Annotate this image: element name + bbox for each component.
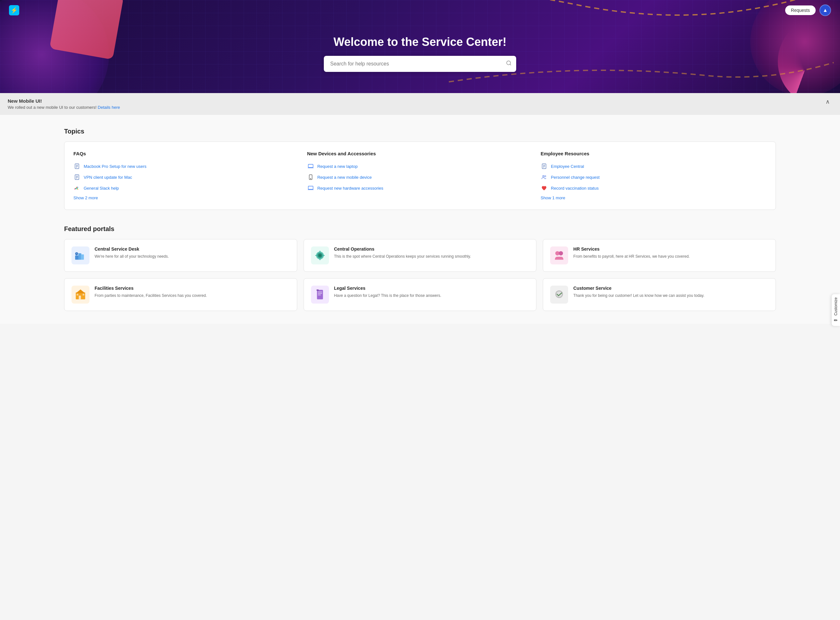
doc-icon [540, 163, 548, 170]
svg-rect-42 [316, 289, 319, 291]
portal-info-facilities: Facilities Services From parties to main… [94, 286, 290, 298]
portal-info-legal: Legal Services Have a question for Legal… [334, 286, 530, 298]
topic-item[interactable]: VPN client update for Mac [74, 172, 300, 183]
announcement-link[interactable]: Details here [98, 105, 120, 110]
avatar-button[interactable]: ▲ [819, 5, 831, 16]
portal-desc: From benefits to payroll, here at HR Ser… [573, 254, 768, 259]
employee-column-title: Employee Resources [540, 151, 766, 156]
announcement-body: We rolled out a new mobile UI to our cus… [8, 105, 823, 110]
heart-icon [540, 185, 548, 191]
show-more-faqs[interactable]: Show 2 more [74, 196, 98, 200]
portal-icon-legal [311, 286, 329, 304]
portal-desc: Thank you for being our customer! Let us… [573, 293, 768, 298]
topic-item[interactable]: Request a new mobile device [307, 172, 533, 183]
svg-rect-37 [83, 293, 84, 295]
svg-point-12 [310, 178, 311, 179]
hardware-icon [307, 185, 314, 191]
svg-point-0 [507, 61, 510, 65]
hero-title: Welcome to the Service Center! [333, 35, 507, 49]
portal-icon-operations [311, 247, 329, 265]
svg-rect-40 [318, 293, 322, 293]
portal-desc: From parties to maintenance, Facilities … [94, 293, 290, 298]
doc-icon [74, 174, 81, 181]
announcement-text: We rolled out a new mobile UI to our cus… [8, 105, 96, 110]
customize-tab-label: Customize [834, 298, 838, 316]
hero-content: Welcome to the Service Center! [0, 21, 840, 93]
svg-rect-30 [323, 255, 324, 256]
portal-info-hr: HR Services From benefits to payroll, he… [573, 247, 768, 259]
customize-tab-icon: ✏ [834, 318, 838, 322]
search-button[interactable] [506, 60, 512, 68]
portal-desc: Have a question for Legal? This is the p… [334, 293, 530, 298]
portal-card-hr[interactable]: HR Services From benefits to payroll, he… [543, 239, 776, 272]
topic-item[interactable]: Personnel change request [540, 172, 766, 183]
topic-item[interactable]: Employee Central [540, 161, 766, 172]
svg-rect-35 [79, 296, 81, 299]
devices-column: New Devices and Accessories Request a ne… [307, 151, 533, 200]
portals-grid: Central Service Desk We're here for all … [64, 239, 776, 311]
portal-desc: We're here for all of your technology ne… [94, 254, 290, 259]
topic-item[interactable]: Request a new laptop [307, 161, 533, 172]
topic-item[interactable]: Request new hardware accessories [307, 183, 533, 194]
portal-name: Central Service Desk [94, 247, 290, 251]
doc-icon [74, 163, 81, 170]
search-icon [506, 60, 512, 66]
topic-item-label: Employee Central [551, 164, 584, 169]
topic-item-label: Request a new laptop [317, 164, 358, 169]
featured-portals-title: Featured portals [64, 225, 776, 233]
portal-icon-service-desk [72, 247, 90, 265]
portal-info-operations: Central Operations This is the spot wher… [334, 247, 530, 259]
customize-tab[interactable]: Customize ✏ [832, 294, 840, 324]
announcement-content: New Mobile UI! We rolled out a new mobil… [8, 98, 823, 110]
topics-section: Topics FAQs Macbook Pro Setup for new us… [64, 128, 776, 210]
svg-rect-13 [308, 186, 313, 189]
topic-item-label: Macbook Pro Setup for new users [84, 164, 147, 169]
svg-rect-28 [320, 258, 320, 260]
svg-rect-41 [318, 295, 321, 295]
topic-item[interactable]: Macbook Pro Setup for new users [74, 161, 300, 172]
devices-column-title: New Devices and Accessories [307, 151, 533, 156]
svg-rect-21 [78, 253, 81, 260]
topic-item-label: Request new hardware accessories [317, 186, 384, 191]
portal-card-service-desk[interactable]: Central Service Desk We're here for all … [64, 239, 297, 272]
show-more-employee[interactable]: Show 1 more [540, 196, 565, 200]
topic-item-label: Record vaccination status [551, 186, 598, 191]
announcement-banner: New Mobile UI! We rolled out a new mobil… [0, 93, 840, 115]
announcement-collapse-button[interactable]: ∧ [823, 98, 832, 105]
faqs-column: FAQs Macbook Pro Setup for new users VPN… [74, 151, 300, 200]
portal-card-operations[interactable]: Central Operations This is the spot wher… [304, 239, 537, 272]
svg-rect-27 [320, 251, 320, 252]
topic-item-label: Personnel change request [551, 175, 600, 180]
portal-name: Central Operations [334, 247, 530, 251]
svg-marker-34 [76, 289, 85, 293]
employee-resources-column: Employee Resources Employee Central Pers… [540, 151, 766, 200]
requests-button[interactable]: Requests [785, 6, 816, 15]
slack-icon [74, 185, 81, 191]
topic-item-label: Request a new mobile device [317, 175, 372, 180]
portal-info-customer: Customer Service Thank you for being our… [573, 286, 768, 298]
portal-card-facilities[interactable]: Facilities Services From parties to main… [64, 278, 297, 311]
portal-info-service-desk: Central Service Desk We're here for all … [94, 247, 290, 259]
svg-rect-22 [81, 254, 84, 260]
topics-title: Topics [64, 128, 776, 135]
laptop-icon [307, 163, 314, 170]
logo-icon: ⚡ [10, 7, 18, 14]
faqs-column-title: FAQs [74, 151, 300, 156]
portal-name: Customer Service [573, 286, 768, 291]
main-content: Topics FAQs Macbook Pro Setup for new us… [0, 115, 840, 324]
logo[interactable]: ⚡ [9, 5, 19, 15]
svg-point-19 [545, 176, 546, 177]
announcement-title: New Mobile UI! [8, 98, 823, 104]
topic-item-label: VPN client update for Mac [84, 175, 132, 180]
svg-line-1 [510, 64, 511, 65]
people-icon [540, 174, 548, 181]
hero-section: ⚡ Requests ▲ Welcome to the Service Cent… [0, 0, 840, 93]
portal-icon-facilities [72, 286, 90, 304]
svg-rect-29 [315, 255, 317, 256]
portal-card-legal[interactable]: Legal Services Have a question for Legal… [304, 278, 537, 311]
portal-card-customer[interactable]: Customer Service Thank you for being our… [543, 278, 776, 311]
search-input[interactable] [324, 56, 516, 72]
topic-item[interactable]: Record vaccination status [540, 183, 766, 194]
svg-point-32 [559, 251, 563, 256]
topic-item[interactable]: General Slack help [74, 183, 300, 194]
